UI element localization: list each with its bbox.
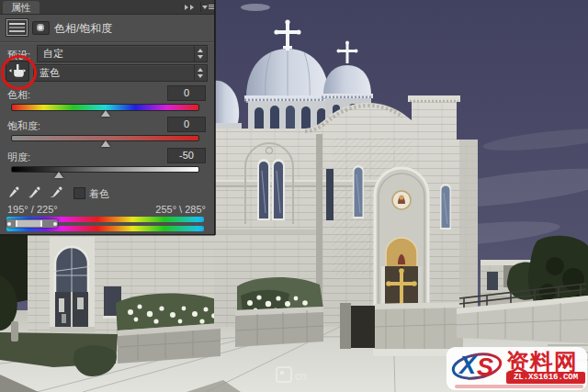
range-feather-right[interactable] bbox=[53, 222, 57, 226]
hue-label: 色相: bbox=[7, 88, 30, 102]
watermark-letter-x: X bbox=[459, 352, 476, 380]
colorize-label: 着色 bbox=[89, 187, 109, 201]
saturation-slider[interactable] bbox=[11, 135, 199, 141]
hue-sat-adjustment-icon bbox=[6, 19, 28, 36]
red-circle-annotation bbox=[1, 55, 37, 90]
range-right-label: 255° \ 285° bbox=[155, 204, 206, 215]
watermark-site-url: ZL.XS1616.COM bbox=[506, 372, 585, 384]
range-left-label: 195° / 225° bbox=[7, 204, 58, 215]
tab-properties[interactable]: 属性 bbox=[3, 1, 40, 14]
hue-slider[interactable] bbox=[11, 104, 199, 111]
lightness-label: 明度: bbox=[7, 151, 30, 164]
preset-dropdown-arrows-icon bbox=[194, 46, 207, 62]
range-handle-right[interactable] bbox=[40, 220, 42, 227]
svg-text:-: - bbox=[51, 192, 53, 199]
watermark-letter-s: S bbox=[477, 353, 493, 382]
site-watermark: X S 资料网 ZL.XS1616.COM bbox=[451, 350, 586, 387]
range-feather-left[interactable] bbox=[7, 222, 11, 226]
preset-dropdown[interactable]: 自定 bbox=[37, 45, 208, 62]
properties-panel: 属性 色相/饱和度 预设: 自定 蓝色 色相: 0 饱和度: 0 明度: -5 bbox=[0, 0, 215, 235]
lightness-slider-thumb[interactable] bbox=[54, 172, 63, 178]
hue-range-control[interactable] bbox=[6, 219, 58, 228]
tabbar-divider bbox=[200, 2, 201, 12]
panel-tab-bar: 属性 bbox=[0, 0, 214, 15]
hue-range-strips bbox=[6, 217, 204, 231]
saturation-value-field[interactable]: 0 bbox=[167, 117, 206, 132]
range-handle-left[interactable] bbox=[16, 220, 17, 227]
saturation-label: 饱和度: bbox=[7, 119, 40, 133]
faint-watermark: cn bbox=[276, 366, 307, 383]
saturation-slider-thumb[interactable] bbox=[101, 140, 110, 147]
hue-slider-thumb[interactable] bbox=[101, 110, 110, 117]
panel-title: 色相/饱和度 bbox=[54, 21, 112, 37]
preset-value: 自定 bbox=[38, 47, 194, 61]
subtract-eyedropper-button[interactable]: - bbox=[51, 185, 63, 199]
faint-watermark-text: cn bbox=[295, 370, 307, 383]
panel-menu-icon[interactable] bbox=[202, 4, 213, 11]
colorize-checkbox[interactable] bbox=[74, 187, 85, 199]
collapse-panel-icon[interactable] bbox=[185, 4, 196, 11]
channel-dropdown-arrows-icon bbox=[194, 65, 207, 81]
screenshot-root: cn 属性 色相/饱和度 预设: 自定 蓝色 色相: 0 饱和度: 0 bbox=[0, 0, 588, 392]
channel-dropdown[interactable]: 蓝色 bbox=[33, 64, 208, 82]
faint-watermark-logo bbox=[276, 366, 292, 383]
layer-mask-icon[interactable] bbox=[32, 21, 50, 35]
add-eyedropper-button[interactable]: + bbox=[28, 185, 41, 199]
channel-value: 蓝色 bbox=[34, 66, 194, 80]
svg-text:+: + bbox=[28, 193, 33, 199]
hue-range-core[interactable] bbox=[17, 220, 40, 227]
header-divider bbox=[0, 41, 214, 42]
lightness-value-field[interactable]: -50 bbox=[167, 148, 206, 163]
watermark-blur-line bbox=[455, 385, 583, 388]
hue-value-field[interactable]: 0 bbox=[167, 85, 206, 101]
eyedropper-button[interactable] bbox=[7, 185, 20, 199]
lightness-slider[interactable] bbox=[11, 166, 199, 173]
